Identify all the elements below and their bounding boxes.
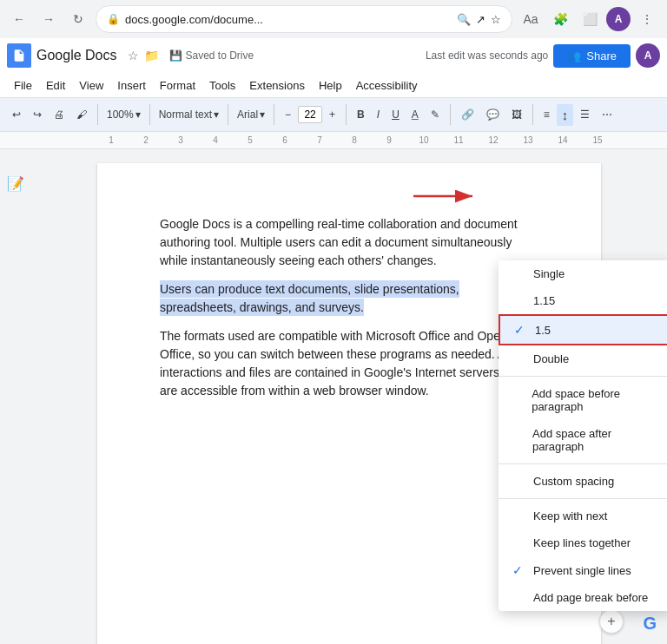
- underline-button[interactable]: U: [386, 105, 405, 124]
- last-edit-text: Last edit was seconds ago: [426, 49, 548, 62]
- paragraph-2-highlighted: Users can produce text documents, slide …: [160, 280, 538, 317]
- menu-extensions[interactable]: Extensions: [242, 76, 312, 95]
- extensions-button[interactable]: 🧩: [547, 6, 573, 32]
- address-text: docs.google.com/docume...: [125, 13, 452, 26]
- back-button[interactable]: ←: [7, 7, 31, 31]
- zoom-button[interactable]: +: [599, 609, 624, 634]
- lock-icon: 🔒: [107, 13, 120, 25]
- ruler-content: 1 2 3 4 5 6 7 8 9 10 11 12 13 14 15: [94, 135, 615, 145]
- ruler-num: 2: [129, 135, 163, 145]
- line-spacing-icon: ↕: [562, 108, 569, 122]
- menu-insert[interactable]: Insert: [110, 76, 153, 95]
- italic-button[interactable]: I: [372, 105, 385, 124]
- add-page-break-label: Add page break before: [533, 591, 648, 604]
- toolbar-separator-2: [149, 104, 150, 125]
- keep-lines-together-label: Keep lines together: [533, 536, 631, 549]
- share-button[interactable]: 👥 Share: [553, 44, 631, 68]
- menu-tools[interactable]: Tools: [202, 76, 242, 95]
- zoom-value: 100%: [107, 108, 134, 121]
- docs-title: Google Docs: [36, 48, 117, 63]
- add-space-after[interactable]: Add space after paragraph: [499, 420, 667, 460]
- line-spacing-dropdown: Single 1.15 ✓ 1.5 Double Add space befor…: [499, 260, 667, 611]
- zoom-chevron-icon: ▾: [135, 108, 141, 121]
- ruler-num: 8: [337, 135, 372, 145]
- redo-button[interactable]: ↪: [28, 105, 47, 124]
- more-button[interactable]: ⋮: [634, 6, 660, 32]
- paragraph-3: The formats used are compatible with Mic…: [160, 327, 538, 400]
- paragraph-1: Google Docs is a compelling real-time co…: [160, 215, 538, 270]
- print-button[interactable]: 🖨: [49, 105, 69, 124]
- g-letter: G: [643, 614, 657, 633]
- bold-button[interactable]: B: [352, 105, 370, 124]
- window-button[interactable]: ⬜: [577, 6, 603, 32]
- link-button[interactable]: 🔗: [456, 105, 479, 124]
- menu-format[interactable]: Format: [153, 76, 202, 95]
- text-color-button[interactable]: A: [406, 105, 424, 124]
- menu-accessibility[interactable]: Accessibility: [349, 76, 425, 95]
- highlight-button[interactable]: ✎: [426, 105, 445, 124]
- spacing-single[interactable]: Single: [499, 260, 667, 287]
- forward-button[interactable]: →: [36, 7, 61, 31]
- share-icon: ↗: [476, 13, 485, 26]
- check-icon: ✓: [514, 323, 528, 337]
- move-to-folder-button[interactable]: 📁: [142, 47, 161, 64]
- more-toolbar-button[interactable]: ⋯: [597, 105, 617, 124]
- ruler-num: 1: [94, 135, 129, 145]
- menu-file[interactable]: File: [7, 76, 39, 95]
- keep-with-next[interactable]: Keep with next: [499, 503, 667, 529]
- spacing-15[interactable]: ✓ 1.5: [499, 314, 667, 345]
- ruler: 1 2 3 4 5 6 7 8 9 10 11 12 13 14 15: [0, 132, 667, 149]
- checklist-button[interactable]: ☰: [575, 105, 595, 124]
- prevent-single-lines[interactable]: ✓ Prevent single lines: [499, 556, 667, 584]
- font-select[interactable]: Arial ▾: [234, 106, 268, 123]
- ruler-num: 5: [233, 135, 267, 145]
- keep-with-next-label: Keep with next: [533, 509, 607, 522]
- add-page-break[interactable]: Add page break before: [499, 584, 667, 611]
- ruler-num: 11: [441, 135, 476, 145]
- spacing-115[interactable]: 1.15: [499, 287, 667, 314]
- user-avatar[interactable]: A: [636, 43, 660, 68]
- dropdown-separator-1: [499, 376, 667, 377]
- custom-spacing[interactable]: Custom spacing: [499, 468, 667, 495]
- star-button[interactable]: ☆: [126, 47, 141, 64]
- keep-lines-together[interactable]: Keep lines together: [499, 529, 667, 556]
- browser-chrome: ← → ↻ 🔒 docs.google.com/docume... 🔍 ↗ ☆ …: [0, 0, 667, 38]
- search-icon: 🔍: [457, 13, 471, 26]
- arrow-svg: [413, 187, 483, 205]
- check-icon-2: ✓: [512, 563, 526, 577]
- sidebar-margin: 📝: [0, 149, 31, 644]
- add-space-after-label: Add space after paragraph: [532, 427, 658, 453]
- paint-format-button[interactable]: 🖌: [71, 105, 92, 124]
- reload-button[interactable]: ↻: [66, 7, 90, 31]
- ruler-num: 10: [406, 135, 441, 145]
- align-button[interactable]: ≡: [538, 105, 555, 124]
- font-size-plus-button[interactable]: +: [324, 105, 340, 124]
- profile-avatar[interactable]: A: [606, 7, 631, 31]
- menu-help[interactable]: Help: [312, 76, 349, 95]
- toolbar-separator-6: [450, 104, 451, 125]
- doc-toolbar: ↩ ↪ 🖨 🖌 100% ▾ Normal text ▾ Arial ▾ − +…: [0, 97, 667, 132]
- zoom-select[interactable]: 100% ▾: [103, 106, 144, 123]
- share-icon: 👥: [567, 49, 581, 62]
- ruler-num: 12: [476, 135, 511, 145]
- comment-button[interactable]: 💬: [481, 105, 505, 124]
- main-area: 📝 Google Docs is a compelling real-time …: [0, 149, 667, 644]
- undo-button[interactable]: ↩: [7, 105, 26, 124]
- font-size-minus-button[interactable]: −: [280, 105, 296, 124]
- image-button[interactable]: 🖼: [506, 105, 527, 124]
- spacing-double[interactable]: Double: [499, 345, 667, 372]
- font-settings-button[interactable]: Aa: [518, 6, 544, 32]
- ruler-num: 4: [198, 135, 233, 145]
- line-spacing-button[interactable]: ↕: [557, 104, 574, 126]
- font-size-input[interactable]: [298, 106, 322, 123]
- dropdown-separator-3: [499, 498, 667, 499]
- menu-view[interactable]: View: [72, 76, 110, 95]
- menu-edit[interactable]: Edit: [39, 76, 72, 95]
- toolbar-separator-1: [97, 104, 98, 125]
- add-space-before[interactable]: Add space before paragraph: [499, 380, 667, 420]
- style-select[interactable]: Normal text ▾: [155, 106, 222, 123]
- ruler-num: 6: [267, 135, 302, 145]
- address-bar[interactable]: 🔒 docs.google.com/docume... 🔍 ↗ ☆: [96, 5, 512, 33]
- highlighted-text: Users can produce text documents, slide …: [160, 280, 459, 316]
- ruler-num: 9: [372, 135, 406, 145]
